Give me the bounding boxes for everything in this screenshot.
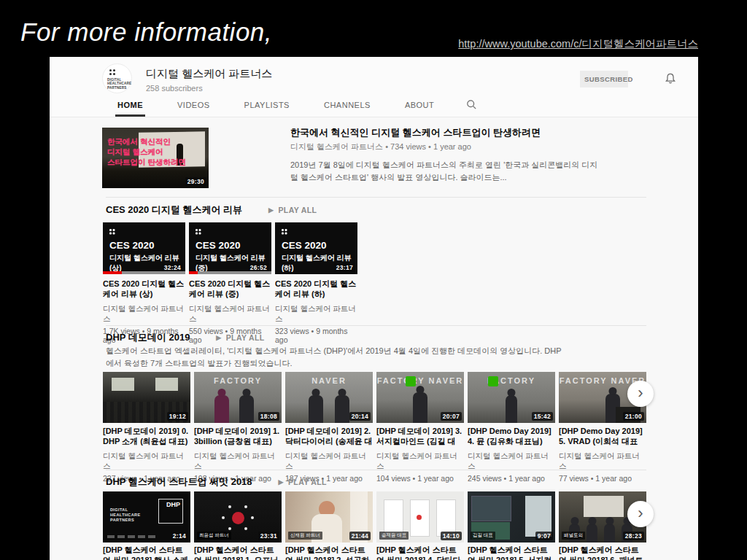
tab-playlists[interactable]: PLAYLISTS: [242, 95, 292, 117]
video-thumbnail[interactable]: CES 2020 디지털 헬스케어 리뷰 (중) 26:52: [189, 222, 271, 274]
video-meta-block: [DHP 헬스케어 스타트업 써밋 2018] 5. 서지컬마인드 데모 발..…: [468, 545, 555, 560]
video-title[interactable]: [DHP Demo Day 2019] 5. VRAD (이희석 대표님): [559, 427, 646, 446]
watch-progress-bar: [103, 271, 122, 274]
duration-badge: 20:14: [349, 412, 371, 421]
video-thumbnail[interactable]: 김길 대표 9:07: [468, 491, 555, 542]
person-silhouette: [413, 392, 427, 423]
video-channel[interactable]: 디지털 헬스케어 파트너스: [103, 451, 190, 472]
tab-about[interactable]: ABOUT: [403, 95, 436, 117]
youtube-channel-page: DIGITAL HEALTHCARE PARTNERS 디지털 헬스케어 파트너…: [50, 57, 698, 560]
subscribed-button[interactable]: SUBSCRIBED: [580, 71, 628, 88]
video-thumbnail[interactable]: FACTORY 18:08: [194, 372, 282, 423]
venue-signage-text: FACTORY NAVER: [376, 376, 464, 385]
video-title[interactable]: CES 2020 디지털 헬스케어 리뷰 (상): [103, 279, 185, 299]
play-icon: ▶: [279, 478, 284, 486]
carousel-next-button[interactable]: ›: [627, 501, 654, 527]
watch-progress-track: [103, 271, 185, 274]
featured-video-description: 2019년 7월 8일에 디지털 헬스케어 파트너스의 주최로 열린 '한국과 …: [290, 159, 605, 184]
video-title[interactable]: [DHP 헬스케어 스타트업 써밋 2018] 5. 서지컬마인드 데모 발..…: [468, 545, 555, 560]
tab-home[interactable]: HOME: [115, 95, 145, 117]
tab-channels[interactable]: CHANNELS: [322, 95, 373, 117]
video-meta-block: [DHP 데모데이 2019] 3. 서지컬마인드 (김길 대표) 디지털 헬스…: [376, 427, 464, 483]
video-thumbnail[interactable]: NAVER 20:14: [285, 372, 373, 423]
featured-video-thumbnail[interactable]: 한국에서 혁신적인 디지털 헬스케어 스타트업이 탄생하려면 29:30: [102, 128, 209, 188]
speaker-caption: 김길 대표: [471, 532, 495, 540]
section-title[interactable]: DHP 데모데이 2019: [106, 331, 190, 344]
section-title[interactable]: DHP 헬스케어 스타트업 써밋 2018: [106, 475, 252, 489]
video-channel[interactable]: 디지털 헬스케어 파트너스: [285, 451, 373, 472]
venue-signage-text: NAVER: [285, 376, 373, 385]
video-meta-block: [DHP 데모데이 2019] 1. 3billion (금창원 대표) 디지털…: [194, 427, 282, 483]
watch-progress-bar: [189, 271, 198, 274]
dhp-logo: DHP: [158, 499, 183, 524]
video-thumbnail[interactable]: FACTORY NAVER 20:07: [376, 372, 464, 423]
play-icon: ▶: [216, 334, 221, 341]
duration-badge: 9:07: [535, 532, 553, 540]
video-title[interactable]: CES 2020 디지털 헬스케어 리뷰 (하): [275, 279, 357, 299]
play-all-button[interactable]: ▶PLAY ALL: [216, 333, 264, 342]
notification-bell-icon[interactable]: [664, 72, 677, 85]
video-title[interactable]: [DHP 헬스케어 스타트업 써밋 2018] 4. 닥터다이어리 데모 발..…: [376, 545, 464, 560]
thumb-title-text: CES 2020: [282, 240, 327, 251]
video-title[interactable]: [DHP 헬스케어 스타트업 써밋 2018] 행사 스케치: [103, 545, 190, 560]
demoday-video-row: 19:12 FACTORY 18:08 NAVER 20:14 FACTORY …: [103, 372, 646, 423]
diagram-center-circle: [232, 512, 244, 524]
video-meta-block: [DHP Demo Day 2019] 4. 뮨 (김유화 대표님) 디지털 헬…: [468, 427, 555, 483]
video-title[interactable]: [DHP 헬스케어 스타트업 써밋 2018] 1. 오프닝 및 DHP 소개.…: [194, 545, 282, 560]
video-thumbnail[interactable]: 19:12: [103, 372, 190, 423]
channel-url-link[interactable]: http://www.youtube.com/c/디지털헬스케어파트너스: [458, 37, 698, 51]
duration-badge: 18:08: [258, 412, 279, 421]
thumb-title-text: CES 2020: [109, 240, 155, 251]
video-panel: [525, 496, 551, 537]
channel-header: DIGITAL HEALTHCARE PARTNERS 디지털 헬스케어 파트너…: [50, 57, 698, 117]
video-title[interactable]: [DHP 헬스케어 스타트업 써밋 2018] 6. 패널토의, '파트너와의.…: [559, 545, 646, 560]
video-meta-block: CES 2020 디지털 헬스케어 리뷰 (하) 디지털 헬스케어 파트너스 3…: [275, 279, 357, 344]
section-divider: [106, 197, 646, 198]
video-thumbnail[interactable]: CES 2020 디지털 헬스케어 리뷰 (상) 32:24: [103, 222, 185, 274]
sponsor-logos: [107, 535, 158, 538]
video-title[interactable]: [DHP 데모데이 2019] 2. 닥터다이어리 (송제윤 대표): [285, 427, 373, 446]
video-channel[interactable]: 디지털 헬스케어 파트너스: [376, 451, 464, 472]
video-title[interactable]: [DHP 데모데이 2019] 0. DHP 소개 (최윤섭 대표): [103, 427, 190, 446]
play-all-button[interactable]: ▶PLAY ALL: [268, 206, 317, 214]
carousel-next-button[interactable]: ›: [627, 381, 654, 407]
section-title[interactable]: CES 2020 디지털 헬스케어 리뷰: [106, 203, 242, 217]
ces-video-row: CES 2020 디지털 헬스케어 리뷰 (상) 32:24 CES 2020 …: [103, 222, 357, 274]
video-title[interactable]: CES 2020 디지털 헬스케어 리뷰 (중): [189, 279, 271, 299]
presentation-slide: For more information, http://www.youtube…: [0, 0, 747, 560]
summit-video-row: DHP DIGITAL HEALTHCARE PARTNERS 2:14 최윤섭…: [103, 491, 646, 542]
video-channel[interactable]: 디지털 헬스케어 파트너스: [275, 304, 357, 324]
video-channel[interactable]: 디지털 헬스케어 파트너스: [189, 304, 271, 324]
search-icon[interactable]: [466, 95, 477, 117]
duration-badge: 2:14: [171, 532, 188, 540]
video-meta-block: [DHP Demo Day 2019] 5. VRAD (이희석 대표님) 디지…: [559, 427, 646, 483]
tab-videos[interactable]: VIDEOS: [175, 95, 212, 117]
dhp-logo-dots-icon: [282, 229, 284, 231]
video-channel[interactable]: 디지털 헬스케어 파트너스: [103, 304, 185, 324]
video-channel[interactable]: 디지털 헬스케어 파트너스: [468, 451, 555, 472]
video-thumbnail[interactable]: DHP DIGITAL HEALTHCARE PARTNERS 2:14: [103, 491, 190, 542]
video-meta-block: [DHP 헬스케어 스타트업 써밋 2018] 행사 스케치: [103, 545, 190, 560]
app-logo-dot: [417, 515, 422, 520]
featured-video-title[interactable]: 한국에서 혁신적인 디지털 헬스케어 스타트업이 탄생하려면: [290, 126, 541, 139]
video-thumbnail[interactable]: 최윤섭 파트너 23:31: [194, 491, 282, 542]
person-silhouette: [309, 395, 323, 423]
video-channel[interactable]: 디지털 헬스케어 파트너스: [559, 451, 646, 472]
video-thumbnail[interactable]: 신재원 파트너 21:44: [285, 491, 373, 542]
video-meta-block: [DHP 헬스케어 스타트업 써밋 2018] 1. 오프닝 및 DHP 소개.…: [194, 545, 282, 560]
video-thumbnail[interactable]: 송제윤 대표 14:10: [376, 491, 464, 542]
speaker-caption: 최윤섭 파트너: [197, 532, 231, 540]
video-title[interactable]: [DHP Demo Day 2019] 4. 뮨 (김유화 대표님): [468, 427, 555, 446]
video-thumbnail[interactable]: CES 2020 디지털 헬스케어 리뷰 (하) 23:17: [275, 222, 357, 274]
play-all-button[interactable]: ▶PLAY ALL: [279, 478, 327, 486]
video-title[interactable]: [DHP 헬스케어 스타트업 써밋 2018] 2. 성공하는 헬스케어 스..…: [285, 545, 373, 560]
duration-badge: 15:42: [532, 412, 553, 421]
video-title[interactable]: [DHP 데모데이 2019] 3. 서지컬마인드 (김길 대표): [376, 427, 464, 446]
video-channel[interactable]: 디지털 헬스케어 파트너스: [194, 451, 282, 472]
channel-avatar[interactable]: DIGITAL HEALTHCARE PARTNERS: [102, 63, 132, 93]
video-title[interactable]: [DHP 데모데이 2019] 1. 3billion (금창원 대표): [194, 427, 282, 446]
video-thumbnail[interactable]: FACTORY 15:42: [468, 372, 555, 423]
stage-screen: [584, 496, 624, 517]
duration-badge: 21:00: [623, 412, 644, 421]
section-description: 헬스케어 스타트업 엑셀러레이터, '디지털 헬스케어 파트너스 (DHP)'에…: [106, 345, 564, 370]
